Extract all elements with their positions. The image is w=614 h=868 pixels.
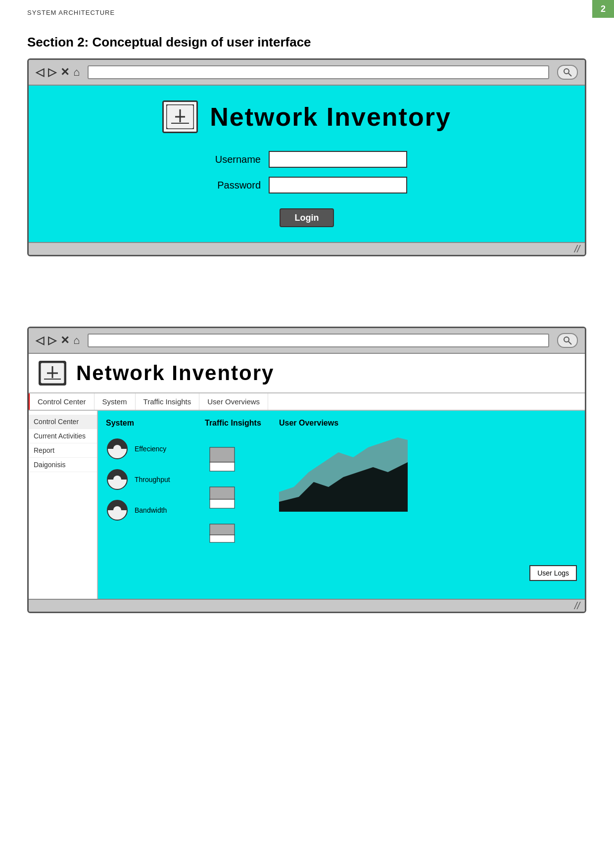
svg-point-0 — [564, 69, 569, 74]
dashboard-main: System Effeciency — [98, 411, 585, 599]
dashboard-header: Network Inventory — [29, 354, 585, 393]
login-form-container: Network Inventory Username Password Logi… — [29, 86, 585, 242]
svg-rect-20 — [210, 487, 235, 499]
svg-point-6 — [564, 337, 569, 342]
traffic-column: Traffic Insights — [205, 419, 269, 591]
sidebar-item-report[interactable]: Report — [29, 443, 97, 458]
logo-icon-2 — [40, 362, 65, 384]
sidebar-item-current-activities[interactable]: Current Activities — [29, 429, 97, 443]
bandwidth-label: Bandwidth — [135, 506, 167, 514]
statusbar-2: // — [29, 599, 585, 612]
username-input[interactable] — [269, 151, 407, 168]
nav-item-traffic[interactable]: Traffic Insights — [136, 393, 200, 410]
username-row: Username — [206, 151, 407, 168]
login-content-area: Network Inventory Username Password Logi… — [29, 86, 585, 242]
user-area-chart — [279, 433, 408, 522]
svg-point-15 — [113, 476, 121, 483]
browser-login: ◁ ▷ ✕ ⌂ — [27, 58, 586, 256]
nav-item-system[interactable]: System — [94, 393, 136, 410]
search-icon-2 — [563, 336, 572, 345]
page-header: SYSTEM ARCHITECTURE — [27, 9, 115, 16]
username-label: Username — [206, 154, 261, 165]
svg-rect-21 — [210, 499, 235, 508]
back-icon-2[interactable]: ◁ — [36, 334, 44, 347]
search-button-2[interactable] — [557, 333, 578, 348]
browser-toolbar-1: ◁ ▷ ✕ ⌂ — [29, 60, 585, 86]
home-icon-2[interactable]: ⌂ — [73, 334, 80, 347]
close-icon-2[interactable]: ✕ — [60, 334, 69, 347]
search-icon-1 — [563, 67, 572, 77]
back-icon[interactable]: ◁ — [36, 66, 44, 79]
user-chart-area: User Logs — [279, 433, 577, 591]
system-column: System Effeciency — [106, 419, 195, 591]
traffic-chart — [205, 433, 264, 581]
close-icon[interactable]: ✕ — [60, 66, 69, 79]
svg-line-1 — [568, 73, 571, 76]
app-header: Network Inventory — [162, 100, 451, 133]
login-form: Username Password Login — [206, 151, 407, 227]
efficiency-label: Effeciency — [135, 445, 166, 453]
password-input[interactable] — [269, 177, 407, 193]
system-title: System — [106, 419, 195, 428]
nav-bar: Control Center System Traffic Insights U… — [29, 393, 585, 411]
efficiency-gauge-icon — [106, 437, 129, 460]
statusbar-icon-1: // — [574, 243, 580, 255]
browser-dashboard: ◁ ▷ ✕ ⌂ Network Inventory Control Center… — [27, 327, 586, 613]
svg-line-7 — [568, 341, 571, 344]
svg-rect-18 — [210, 447, 235, 462]
throughput-gauge-icon — [106, 468, 129, 491]
statusbar-1: // — [29, 242, 585, 255]
users-column: User Overviews User Logs — [279, 419, 577, 591]
svg-rect-19 — [210, 462, 235, 471]
home-icon[interactable]: ⌂ — [73, 66, 80, 79]
browser-toolbar-2: ◁ ▷ ✕ ⌂ — [29, 328, 585, 354]
nav-item-control-center[interactable]: Control Center — [29, 393, 94, 410]
dashboard-body: Control Center Current Activities Report… — [29, 411, 585, 599]
logo-icon-1 — [166, 104, 194, 129]
statusbar-icon-2: // — [574, 600, 580, 612]
sidebar-item-daigonisis[interactable]: Daigonisis — [29, 458, 97, 472]
section-title: Section 2: Conceptual design of user int… — [27, 35, 311, 50]
bandwidth-gauge-icon — [106, 499, 129, 522]
users-title: User Overviews — [279, 419, 577, 428]
search-button-1[interactable] — [557, 65, 578, 80]
forward-icon[interactable]: ▷ — [48, 66, 56, 79]
svg-rect-23 — [210, 535, 235, 542]
throughput-label: Throughput — [135, 476, 170, 483]
nav-item-users[interactable]: User Overviews — [199, 393, 268, 410]
svg-point-17 — [113, 506, 121, 514]
app-logo-1 — [162, 100, 198, 133]
sidebar: Control Center Current Activities Report… — [29, 411, 98, 599]
forward-icon-2[interactable]: ▷ — [48, 334, 56, 347]
address-bar-2[interactable] — [88, 334, 549, 347]
efficiency-metric: Effeciency — [106, 437, 195, 460]
page-number: 2 — [592, 0, 614, 18]
traffic-title: Traffic Insights — [205, 419, 269, 428]
password-row: Password — [206, 177, 407, 193]
app-logo-2 — [39, 361, 66, 386]
app-title-1: Network Inventory — [210, 102, 451, 132]
throughput-metric: Throughput — [106, 468, 195, 491]
bandwidth-metric: Bandwidth — [106, 499, 195, 522]
app-title-2: Network Inventory — [76, 361, 274, 385]
svg-point-13 — [113, 445, 121, 453]
sidebar-item-control-center[interactable]: Control Center — [29, 415, 97, 429]
user-logs-button[interactable]: User Logs — [529, 565, 577, 581]
login-button[interactable]: Login — [280, 208, 334, 227]
address-bar-1[interactable] — [88, 65, 549, 79]
svg-rect-22 — [210, 524, 235, 535]
password-label: Password — [206, 180, 261, 191]
